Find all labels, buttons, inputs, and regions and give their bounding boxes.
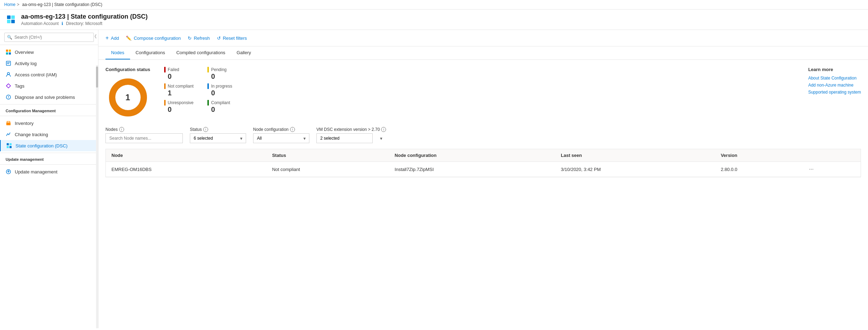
nodes-search-input[interactable] (105, 133, 183, 143)
vm-dsc-select[interactable]: 2 selected (316, 133, 373, 143)
sidebar-search-wrap: 🔍 (0, 30, 98, 45)
not-compliant-color-bar (164, 83, 166, 89)
search-input[interactable] (4, 33, 94, 42)
compliant-count: 0 (211, 106, 237, 114)
svg-rect-1 (11, 15, 15, 19)
tab-nodes[interactable]: Nodes (105, 46, 130, 59)
failed-color-bar (164, 67, 166, 72)
learn-more-add-non-azure[interactable]: Add non-Azure machine (808, 83, 861, 88)
node-config-filter-group: Node configuration i All ▾ (253, 127, 309, 143)
status-item-pending: Pending 0 (207, 67, 237, 81)
sidebar-item-change-tracking[interactable]: Change tracking (0, 129, 98, 140)
status-select-wrap: 6 selected ▾ (190, 133, 246, 143)
sidebar-item-state-config[interactable]: State configuration (DSC) (0, 140, 98, 151)
in-progress-label: In progress (211, 84, 232, 89)
update-mgmt-icon (6, 169, 11, 174)
status-select[interactable]: 6 selected (190, 133, 246, 143)
node-config-select[interactable]: All (253, 133, 309, 143)
reset-icon: ↺ (217, 36, 221, 41)
diagnose-icon (6, 94, 11, 100)
sidebar: 🔍 Overview Activity log (0, 30, 98, 328)
vm-dsc-filter-group: VM DSC extension version > 2.70 i 2 sele… (316, 127, 386, 143)
donut-center-value: 1 (126, 93, 130, 102)
sidebar-item-diagnose[interactable]: Diagnose and solve problems (0, 91, 98, 103)
in-progress-color-bar (207, 83, 209, 89)
add-label: Add (111, 36, 119, 41)
config-status-label: Configuration status (105, 67, 150, 72)
status-section: Configuration status 1 (105, 67, 861, 119)
sidebar-item-tags[interactable]: Tags (0, 80, 98, 91)
refresh-icon: ↻ (188, 36, 192, 41)
tags-icon (6, 83, 11, 89)
sidebar-item-iam[interactable]: Access control (IAM) (0, 69, 98, 80)
col-header-actions (802, 149, 861, 162)
tab-nodes-label: Nodes (111, 50, 124, 55)
svg-rect-0 (7, 15, 11, 19)
svg-rect-2 (7, 20, 11, 23)
page-icon (6, 14, 17, 25)
more-actions-button[interactable]: ··· (808, 166, 815, 172)
sidebar-label-update-mgmt: Update management (15, 169, 57, 174)
sidebar-label-overview: Overview (15, 50, 34, 55)
breadcrumb-home[interactable]: Home (4, 2, 15, 7)
breadcrumb-current: aa-oms-eg-123 | State configuration (DSC… (22, 2, 102, 7)
svg-point-12 (7, 84, 8, 85)
node-config-info-icon: i (290, 127, 295, 132)
tab-configurations[interactable]: Configurations (130, 46, 171, 59)
learn-more-title: Learn more (808, 67, 861, 72)
svg-rect-21 (9, 146, 12, 148)
unresponsive-label: Unresponsive (168, 100, 193, 105)
tab-gallery[interactable]: Gallery (231, 46, 257, 59)
cell-version: 2.80.0.0 (715, 162, 802, 177)
learn-more-about-state[interactable]: About State Configuration (808, 76, 861, 81)
content-area: Configuration status 1 (98, 60, 868, 184)
sidebar-label-inventory: Inventory (15, 121, 33, 126)
col-header-last-seen: Last seen (555, 149, 715, 162)
add-button[interactable]: + Add (105, 33, 119, 43)
col-header-status: Status (266, 149, 389, 162)
status-item-unresponsive: Unresponsive 0 (164, 100, 193, 114)
sidebar-item-inventory[interactable]: Inventory (0, 118, 98, 129)
sidebar-nav: Overview Activity log Access control (IA… (0, 45, 98, 179)
svg-rect-8 (6, 61, 11, 65)
overview-icon (6, 49, 11, 55)
inventory-icon (6, 120, 11, 126)
table-header-row: Node Status Node configuration Last seen… (106, 149, 861, 162)
reset-filters-button[interactable]: ↺ Reset filters (217, 34, 247, 42)
info-icon: ℹ (62, 21, 63, 26)
donut-chart-container: Configuration status 1 (105, 67, 150, 119)
compose-button[interactable]: ✏️ Compose configuration (126, 34, 181, 42)
sidebar-label-tags: Tags (15, 83, 24, 89)
main-content: + Add ✏️ Compose configuration ↻ Refresh… (98, 30, 868, 328)
toolbar: + Add ✏️ Compose configuration ↻ Refresh… (98, 30, 868, 46)
status-filter-group: Status i 6 selected ▾ (190, 127, 246, 143)
page-title: aa-oms-eg-123 | State configuration (DSC… (21, 13, 148, 20)
status-item-failed: Failed 0 (164, 67, 193, 81)
sidebar-item-activity-log[interactable]: Activity log (0, 58, 98, 69)
learn-more-supported-os[interactable]: Supported operating system (808, 90, 861, 95)
vm-dsc-chevron-icon: ▾ (380, 136, 382, 141)
status-item-not-compliant: Not compliant 1 (164, 83, 193, 97)
cell-last-seen: 3/10/2020, 3:42 PM (555, 162, 715, 177)
sidebar-collapse-button[interactable]: 《 (92, 33, 97, 40)
sidebar-item-update-mgmt[interactable]: Update management (0, 166, 98, 177)
add-icon: + (105, 35, 109, 41)
vm-dsc-filter-label: VM DSC extension version > 2.70 (316, 127, 380, 132)
failed-count: 0 (168, 72, 193, 81)
breadcrumb: Home > aa-oms-eg-123 | State configurati… (0, 0, 868, 9)
compose-icon: ✏️ (126, 36, 131, 41)
tab-compiled[interactable]: Compiled configurations (171, 46, 231, 59)
cell-more-actions: ··· (802, 162, 861, 177)
sidebar-item-overview[interactable]: Overview (0, 46, 98, 58)
donut-chart: 1 (107, 76, 149, 119)
sidebar-section-config: Configuration Management (0, 104, 98, 114)
failed-label: Failed (168, 67, 179, 72)
refresh-button[interactable]: ↻ Refresh (188, 34, 210, 42)
table-row[interactable]: EMREG-OM16DBS Not compliant Install7Zip.… (106, 162, 861, 177)
pending-color-bar (207, 67, 209, 72)
svg-point-11 (7, 72, 9, 75)
in-progress-count: 0 (211, 89, 237, 97)
compliant-color-bar (207, 100, 209, 106)
sidebar-label-state-config: State configuration (DSC) (15, 143, 67, 148)
cell-status: Not compliant (266, 162, 389, 177)
